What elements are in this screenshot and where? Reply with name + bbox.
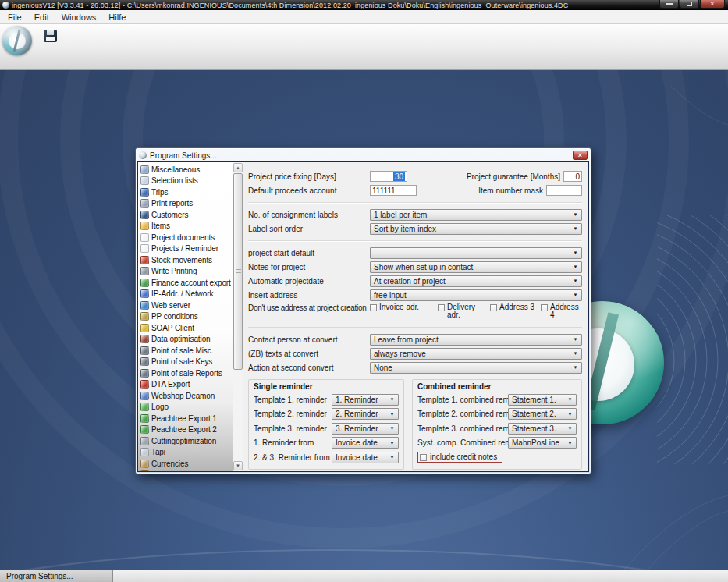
chevron-down-icon: ▼ [564, 412, 576, 417]
sidebar-item-logo[interactable]: Logo [138, 402, 233, 413]
sidebar-item-projects-reminder[interactable]: Projects / Reminder [138, 243, 233, 255]
menu-item-hilfe[interactable]: Hilfe [102, 12, 132, 22]
2-3-reminder-from-dropdown[interactable]: Invoice date▼ [332, 452, 399, 463]
field-label: Template 1. combined reminder [417, 396, 508, 404]
customer-icon [140, 211, 149, 219]
settings-panel: Project price fixing [Days] 30 Project g… [243, 162, 588, 471]
gear-icon [140, 312, 149, 321]
sidebar-item-finance-account-export[interactable]: Finance account export [138, 277, 233, 289]
sidebar-item-customers[interactable]: Customers [138, 209, 233, 221]
scroll-down-icon[interactable]: ▼ [233, 461, 243, 470]
sidebar-item-pp-conditions[interactable]: PP conditions [138, 311, 233, 323]
checkbox-item-address-3: Address 3 [490, 303, 541, 311]
sidebar-item-soap-client[interactable]: SOAP Client [138, 322, 233, 334]
field-label: Insert address [248, 291, 370, 300]
sidebar-item-tapi[interactable]: Tapi [138, 447, 233, 459]
include-credit-notes-checkbox[interactable] [420, 454, 427, 461]
sidebar-item-data-optimisation[interactable]: Data optimisation [138, 334, 233, 346]
template-1-reminder-dropdown[interactable]: 1. Reminder▼ [332, 394, 399, 406]
single-reminder-group: Single reminder Template 1. reminder 1. … [248, 379, 404, 470]
sidebar-item-point-of-sale-keys[interactable]: Point of sale Keys [138, 357, 233, 368]
sidebar-item-cuttingoptimization[interactable]: Cuttingoptimization [138, 435, 233, 447]
guarantee-input[interactable]: 0 [563, 171, 582, 182]
sidebar-item-write-printing[interactable]: Write Printing [138, 266, 233, 278]
sidebar-scrollbar[interactable]: ▲ ▼ [233, 162, 243, 471]
field-label: Syst. comp. Combined reminder [417, 438, 508, 447]
menu-bar: FileEditWindowsHilfe [0, 10, 728, 24]
pos-icon [140, 357, 149, 366]
stock-movements-icon [140, 256, 149, 264]
menu-item-file[interactable]: File [2, 12, 28, 22]
template-2-combined-reminder-dropdown[interactable]: Statement 2.▼ [508, 408, 577, 420]
checkbox[interactable] [438, 304, 445, 311]
insert-address-dropdown[interactable]: free input▼ [370, 289, 582, 301]
save-button[interactable] [44, 30, 57, 42]
chevron-down-icon: ▼ [570, 337, 581, 342]
desktop-background: Program Settings... × Miscellaneous Sele… [0, 70, 728, 570]
sidebar-item-partial[interactable] [138, 470, 233, 472]
action-second-convert-dropdown[interactable]: None▼ [370, 362, 582, 374]
dialog-title: Program Settings... [150, 151, 217, 160]
dta-export-icon [140, 380, 149, 389]
sidebar-item-items[interactable]: Items [138, 221, 233, 232]
menu-item-edit[interactable]: Edit [28, 12, 55, 22]
taskbar-item-program-settings[interactable]: Program Settings... [0, 570, 113, 582]
sidebar-item-project-documents[interactable]: Project documents [138, 232, 233, 243]
field-label: Action at second convert [248, 364, 370, 372]
template-3-reminder-dropdown[interactable]: 3. Reminder▼ [332, 423, 399, 435]
sidebar-item-stock-movements[interactable]: Stock movements [138, 254, 233, 266]
dialog-titlebar[interactable]: Program Settings... × [137, 150, 589, 161]
close-button[interactable]: × [700, 0, 725, 9]
syst-comp-combined-reminder-dropdown[interactable]: MahnPosLine▼ [508, 437, 577, 449]
item-mask-input[interactable] [546, 185, 582, 196]
phone-icon [140, 448, 149, 456]
sidebar-item-dta-export[interactable]: DTA Export [138, 379, 233, 391]
sidebar-item-webshop-deamon[interactable]: Webshop Deamon [138, 390, 233, 402]
checkbox[interactable] [490, 304, 497, 311]
dialog-content: Miscellaneous Selection lists Trips Prin… [137, 161, 589, 472]
sidebar-item-currencies[interactable]: Currencies [138, 458, 233, 470]
template-2-reminder-dropdown[interactable]: 2. Reminder▼ [332, 408, 399, 420]
consignment-labels-dropdown[interactable]: 1 label per item▼ [370, 209, 582, 221]
network-icon [140, 289, 149, 298]
menu-item-windows[interactable]: Windows [55, 12, 103, 22]
price-fixing-input[interactable]: 30 [370, 171, 407, 182]
scrollbar-thumb[interactable] [233, 173, 243, 370]
sidebar-item-miscellaneous[interactable]: Miscellaneous [138, 164, 233, 176]
sidebar-item-point-of-sale-misc[interactable]: Point of sale Misc. [138, 345, 233, 357]
template-3-combined-reminder-dropdown[interactable]: Statement 3.▼ [508, 423, 577, 435]
zb-texts-convert-dropdown[interactable]: always remove▼ [370, 348, 582, 360]
sidebar-item-print-reports[interactable]: Print reports [138, 198, 233, 210]
proceeds-account-input[interactable]: 111111 [370, 185, 417, 196]
label-sort-order-dropdown[interactable]: Sort by item index▼ [370, 223, 582, 235]
group-title: Single reminder [254, 381, 399, 392]
checkbox[interactable] [370, 304, 377, 311]
scroll-up-icon[interactable]: ▲ [233, 163, 243, 172]
checkbox-item-address-4: Address 4 [541, 303, 578, 319]
maximize-button[interactable] [680, 0, 699, 9]
sidebar-item-peachtree-export-1[interactable]: Peachtree Export 1 [138, 413, 233, 424]
automatic-projectdate-dropdown[interactable]: At creation of project▼ [370, 275, 582, 287]
document-icon [140, 244, 149, 253]
project-start-dropdown[interactable]: ▼ [370, 247, 582, 259]
chevron-down-icon: ▼ [386, 397, 398, 402]
sidebar-item-point-of-sale-reports[interactable]: Point of sale Reports [138, 367, 233, 379]
pos-icon [140, 369, 149, 378]
mail-icon [140, 165, 149, 174]
field-label: Template 2. combined reminder [417, 410, 508, 418]
dialog-close-button[interactable]: × [573, 151, 588, 160]
notes-for-project-dropdown[interactable]: Show when set up in contact▼ [370, 261, 582, 273]
sidebar-item-ip-addr-network[interactable]: IP-Addr. / Network [138, 289, 233, 300]
export-icon [140, 279, 149, 287]
contact-person-convert-dropdown[interactable]: Leave from project▼ [370, 334, 582, 346]
sidebar-item-trips[interactable]: Trips [138, 186, 233, 198]
minimize-button[interactable] [659, 0, 679, 9]
sidebar-item-web-server[interactable]: Web server [138, 300, 233, 311]
sidebar-item-peachtree-export-2[interactable]: Peachtree Export 2 [138, 424, 233, 436]
soap-icon [140, 324, 149, 332]
checkbox[interactable] [541, 304, 548, 311]
template-1-combined-reminder-dropdown[interactable]: Statement 1.▼ [508, 394, 577, 406]
folder-icon [140, 222, 149, 230]
1-reminder-from-dropdown[interactable]: Invoice date▼ [332, 437, 399, 449]
sidebar-item-selection-lists[interactable]: Selection lists [138, 176, 233, 187]
